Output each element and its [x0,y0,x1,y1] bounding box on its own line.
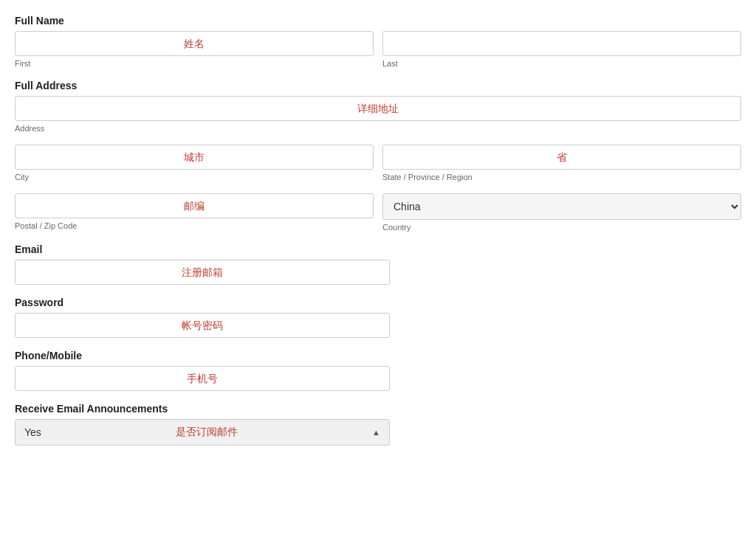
postal-col: Postal / Zip Code [15,193,374,232]
address-row: Address [15,96,741,133]
full-name-label: Full Name [15,15,741,27]
email-announcements-label: Receive Email Announcements [15,403,390,415]
last-name-input[interactable] [382,31,741,56]
city-col: City [15,145,374,181]
postal-input[interactable] [15,193,374,218]
email-announcements-yes-text: Yes [24,426,41,438]
email-input[interactable] [15,260,390,285]
city-field-label: City [15,173,374,181]
first-name-col: First [15,31,374,68]
country-col: China United States Japan Korea Other Co… [382,193,741,232]
city-state-section: City State / Province / Region [15,145,741,181]
state-field-label: State / Province / Region [382,173,741,181]
phone-section: Phone/Mobile [15,350,390,391]
last-name-col: Last [382,31,741,68]
state-input[interactable] [382,145,741,170]
email-announcements-placeholder-text: 是否订阅邮件 [50,426,363,439]
postal-field-label: Postal / Zip Code [15,221,374,230]
phone-label: Phone/Mobile [15,350,390,361]
city-input[interactable] [15,145,374,170]
address-field-label: Address [15,124,741,133]
first-name-label: First [15,59,374,68]
password-section: Password [15,297,390,338]
postal-country-section: Postal / Zip Code China United States Ja… [15,193,741,232]
password-label: Password [15,297,390,308]
last-name-label: Last [382,59,741,68]
phone-input[interactable] [15,366,390,391]
full-address-section: Full Address Address [15,80,741,133]
password-input[interactable] [15,313,390,338]
dropdown-arrow-icon: ▲ [372,428,380,437]
address-input[interactable] [15,96,741,121]
first-name-input[interactable] [15,31,374,56]
state-col: State / Province / Region [382,145,741,181]
country-select[interactable]: China United States Japan Korea Other [382,193,741,220]
full-name-section: Full Name First Last [15,15,741,68]
email-section: Email [15,243,390,285]
country-field-label: Country [382,223,741,232]
email-announcements-container[interactable]: Yes 是否订阅邮件 ▲ [15,419,390,446]
full-name-row: First Last [15,31,741,68]
postal-country-row: Postal / Zip Code China United States Ja… [15,193,741,232]
city-state-row: City State / Province / Region [15,145,741,181]
full-address-label: Full Address [15,80,741,91]
email-label: Email [15,243,390,255]
email-announcements-section: Receive Email Announcements Yes 是否订阅邮件 ▲ [15,403,390,446]
